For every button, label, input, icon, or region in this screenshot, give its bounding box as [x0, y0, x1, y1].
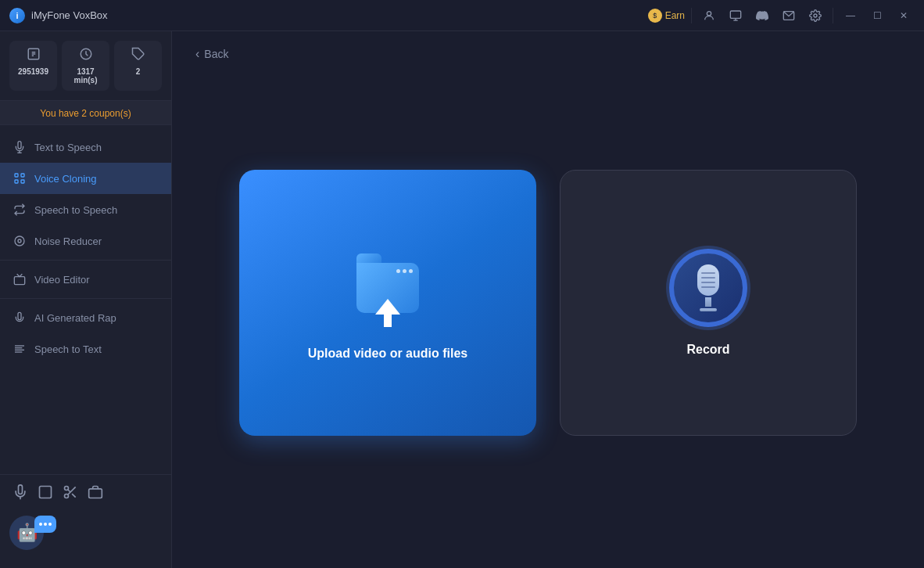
voice-cloning-icon [13, 171, 27, 185]
bottom-tools [0, 474, 171, 509]
speech-to-text-label: Speech to Text [34, 343, 102, 355]
account-icon[interactable] [698, 5, 720, 27]
upload-icon-wrap [345, 245, 431, 331]
cards-container: Upload video or audio files [172, 69, 924, 568]
titlebar-separator-2 [833, 8, 833, 23]
chatbot-dot-1 [39, 523, 42, 526]
svg-rect-15 [21, 174, 24, 177]
mic-grill-4 [701, 286, 715, 288]
svg-line-31 [68, 490, 70, 492]
svg-rect-1 [730, 11, 740, 18]
titlebar-right: $ Earn — ☐ ✕ [648, 5, 915, 27]
folder-dot-3 [409, 269, 413, 273]
folder-dot-1 [396, 269, 400, 273]
back-button[interactable]: ‹ Back [195, 47, 228, 61]
sidebar-item-video-editor[interactable]: Video Editor [0, 264, 171, 295]
titlebar-separator-1 [691, 8, 692, 23]
svg-point-18 [15, 236, 24, 246]
coupon-icon [131, 47, 145, 64]
close-button[interactable]: ✕ [893, 5, 915, 27]
earn-button[interactable]: $ Earn [648, 9, 685, 23]
sidebar-item-text-to-speech[interactable]: Text to Speech [0, 131, 171, 163]
sidebar-item-ai-generated-rap[interactable]: AI Generated Rap [0, 302, 171, 333]
chatbot-bubble[interactable]: 🤖 [9, 516, 56, 559]
minutes-icon [79, 47, 93, 64]
svg-rect-26 [40, 487, 52, 498]
record-card[interactable]: Record [560, 170, 857, 436]
settings-icon[interactable] [804, 5, 826, 27]
svg-rect-16 [15, 180, 18, 183]
ai-generated-rap-icon [13, 311, 27, 325]
stat-characters: 2951939 [9, 41, 57, 91]
upload-card-label: Upload video or audio files [308, 347, 467, 361]
titlebar-left: i iMyFone VoxBox [9, 8, 648, 23]
discord-icon[interactable] [751, 5, 773, 27]
speech-to-speech-icon [13, 203, 27, 217]
stat-coupons: 2 [114, 41, 162, 91]
content-area: ‹ Back [172, 31, 924, 568]
svg-rect-32 [89, 489, 102, 498]
video-editor-icon [13, 272, 27, 286]
crop-tool[interactable] [38, 484, 53, 500]
briefcase-tool[interactable] [88, 484, 103, 500]
microphone-tool[interactable] [13, 484, 28, 500]
scissors-tool[interactable] [63, 484, 78, 500]
sidebar-item-noise-reducer[interactable]: Noise Reducer [0, 225, 171, 257]
video-editor-label: Video Editor [34, 274, 90, 286]
stat-minutes: 1317 min(s) [62, 41, 109, 91]
mic-grill-3 [701, 282, 715, 283]
svg-point-0 [707, 11, 711, 15]
nav-divider-2 [0, 298, 171, 299]
svg-rect-17 [21, 180, 24, 183]
folder-dots [396, 269, 413, 273]
mail-icon[interactable] [778, 5, 800, 27]
app-icon: i [9, 8, 25, 23]
app-title: iMyFone VoxBox [31, 9, 108, 21]
sidebar: 2951939 1317 min(s) 2 You have 2 coupon(… [0, 31, 172, 568]
chatbot-dot-3 [48, 523, 52, 526]
titlebar: i iMyFone VoxBox $ Earn — ☐ ✕ [0, 0, 924, 31]
svg-point-19 [18, 239, 21, 243]
characters-icon [27, 47, 41, 64]
mic-grill-2 [701, 277, 715, 279]
svg-point-5 [814, 14, 817, 17]
arrow-head [375, 299, 400, 315]
upload-card[interactable]: Upload video or audio files [239, 170, 536, 436]
record-card-label: Record [686, 343, 729, 357]
sidebar-item-speech-to-text[interactable]: Speech to Text [0, 333, 171, 365]
chatbot-area[interactable]: 🤖 [0, 509, 171, 568]
back-label: Back [204, 48, 228, 60]
mic-grills [701, 272, 715, 288]
folder-shape [356, 263, 419, 313]
svg-rect-20 [14, 277, 24, 285]
folder-bg [356, 263, 419, 313]
voice-cloning-label: Voice Cloning [34, 173, 97, 185]
content-header: ‹ Back [172, 31, 924, 69]
svg-point-27 [65, 487, 69, 491]
upload-arrow-up [375, 299, 400, 327]
back-arrow-icon: ‹ [195, 47, 199, 61]
nav-divider-1 [0, 260, 171, 261]
speech-to-text-icon [13, 342, 27, 356]
nav-section: Text to Speech Voice Cloning Speech to S… [0, 125, 171, 474]
mic-head [697, 264, 719, 296]
svg-point-28 [65, 494, 69, 498]
sidebar-item-speech-to-speech[interactable]: Speech to Speech [0, 194, 171, 225]
earn-coin-icon: $ [648, 9, 662, 23]
speech-to-speech-label: Speech to Speech [34, 204, 117, 216]
noise-reducer-label: Noise Reducer [34, 235, 102, 247]
mic-stand [705, 297, 711, 307]
sidebar-item-voice-cloning[interactable]: Voice Cloning [0, 163, 171, 194]
svg-line-30 [72, 494, 76, 498]
mic-body [697, 264, 719, 311]
coupon-text: You have 2 coupon(s) [40, 108, 131, 119]
chatbot-dot-2 [44, 523, 47, 526]
stats-bar: 2951939 1317 min(s) 2 [0, 31, 171, 101]
display-icon[interactable] [725, 5, 747, 27]
minimize-button[interactable]: — [840, 5, 861, 27]
maximize-button[interactable]: ☐ [866, 5, 888, 27]
noise-reducer-icon [13, 234, 27, 248]
folder-dot-2 [403, 269, 406, 273]
mic-icon-wrap [669, 249, 747, 327]
main-layout: 2951939 1317 min(s) 2 You have 2 coupon(… [0, 31, 924, 568]
